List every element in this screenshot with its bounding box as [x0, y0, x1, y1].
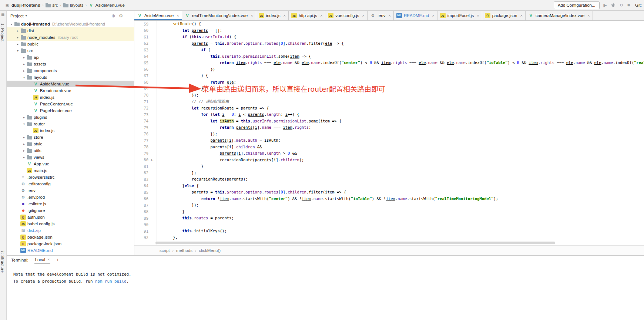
tab-close-icon[interactable]: ×: [477, 13, 479, 18]
chevron-collapsed-icon[interactable]: ▸: [21, 56, 27, 59]
code-area[interactable]: setRoute() { let parents = []; if (this.…: [157, 21, 644, 245]
tab-package.json[interactable]: {}package.json×: [482, 11, 526, 20]
tree-item-components[interactable]: ▸components: [7, 67, 134, 74]
tree-item-public[interactable]: ▸public: [7, 41, 134, 47]
debug-icon[interactable]: [611, 3, 616, 7]
tree-item-src[interactable]: ▾src: [7, 47, 134, 54]
chevron-expanded-icon[interactable]: ▾: [21, 122, 27, 126]
terminal-tab-close-icon[interactable]: ×: [47, 257, 50, 262]
tab-realTimeMonitoring\index.vue[interactable]: VrealTimeMonitoring\index.vue×: [182, 11, 256, 20]
breadcrumb-item-duoji-frontend[interactable]: ▣duoji-frontend: [4, 3, 41, 8]
tab-vue.config.js[interactable]: JSvue.config.js×: [325, 11, 367, 20]
terminal-tab-local[interactable]: Local ×: [34, 256, 50, 264]
chevron-collapsed-icon[interactable]: ▸: [15, 29, 20, 33]
chevron-collapsed-icon[interactable]: ▸: [21, 69, 27, 73]
tree-item-.gitignore[interactable]: ◆.gitignore: [7, 207, 134, 214]
tree-item-assets[interactable]: ▸assets: [7, 61, 134, 67]
add-configuration-button[interactable]: Add Configuration...: [554, 1, 600, 9]
tab-AsideMenu.vue[interactable]: VAsideMenu.vue×: [134, 11, 182, 20]
tab-http-api.js[interactable]: JShttp-api.js×: [289, 11, 325, 20]
chevron-collapsed-icon[interactable]: ▸: [21, 142, 27, 146]
chevron-collapsed-icon[interactable]: ▸: [15, 43, 20, 46]
tab-close-icon[interactable]: ×: [251, 13, 253, 18]
editor-breadcrumb-item-methods[interactable]: methods: [176, 248, 192, 253]
recursive-call-icon[interactable]: ↻: [148, 158, 156, 162]
tree-item-index.js[interactable]: JSindex.js: [7, 94, 134, 101]
stop-icon[interactable]: ■: [627, 3, 630, 7]
tab-close-icon[interactable]: ×: [388, 13, 390, 18]
toolwindow-structure-button[interactable]: 7: Structure: [0, 250, 5, 273]
chevron-collapsed-icon[interactable]: ▸: [21, 63, 27, 66]
tab-cameraManage\index.vue[interactable]: VcameraManage\index.vue×: [526, 11, 593, 20]
terminal-add-tab-button[interactable]: +: [56, 257, 59, 263]
tree-item-auth.json[interactable]: {}auth.json: [7, 214, 134, 220]
tree-item-App.vue[interactable]: VApp.vue: [7, 161, 134, 167]
tree-item-views[interactable]: ▸views: [7, 154, 134, 161]
tree-item-PageHeader.vue[interactable]: VPageHeader.vue: [7, 107, 134, 114]
tree-item-package.json[interactable]: {}package.json: [7, 234, 134, 240]
tree-item-.browserslistrc[interactable]: ≡.browserslistrc: [7, 174, 134, 181]
tab-README.md[interactable]: MDREADME.md×: [394, 11, 437, 20]
tree-item-PageContent.vue[interactable]: VPageContent.vue: [7, 101, 134, 107]
update-project-icon[interactable]: ↻: [620, 3, 623, 7]
chevron-collapsed-icon[interactable]: ▸: [21, 116, 27, 119]
hide-panel-icon[interactable]: —: [127, 13, 131, 18]
tree-item-api[interactable]: ▸api: [7, 54, 134, 61]
editor-body[interactable]: 5960616263646566676869707172737475767778…: [134, 21, 644, 245]
tab-close-icon[interactable]: ×: [284, 13, 286, 18]
tool-windows-icon[interactable]: ▦: [1, 13, 4, 17]
tree-item-style[interactable]: ▸style: [7, 141, 134, 147]
breadcrumb-item-AsideMenu.vue[interactable]: VAsideMenu.vue: [88, 3, 125, 8]
tab-index.js[interactable]: JSindex.js×: [256, 11, 289, 20]
tree-item-dist[interactable]: ▸dist: [7, 27, 134, 34]
tree-item-package-lock.json[interactable]: {}package-lock.json: [7, 240, 134, 247]
tab-.env[interactable]: ⚙.env×: [368, 11, 394, 20]
tree-item-AsideMenu.vue[interactable]: VAsideMenu.vue: [7, 81, 134, 87]
run-icon[interactable]: ▶: [604, 3, 607, 7]
chevron-collapsed-icon[interactable]: ▸: [15, 36, 20, 39]
tree-item-layouts[interactable]: ▾layouts: [7, 74, 134, 81]
tree-item-utils[interactable]: ▸utils: [7, 147, 134, 154]
chevron-collapsed-icon[interactable]: ▸: [21, 156, 27, 159]
project-dropdown-icon[interactable]: ▾: [26, 14, 27, 17]
tree-item-router[interactable]: ▾router: [7, 121, 134, 127]
locate-file-icon[interactable]: ⊕: [111, 13, 115, 18]
tab-close-icon[interactable]: ×: [432, 13, 434, 18]
panel-settings-icon[interactable]: ⚙: [119, 13, 123, 18]
editor-hscrollbar[interactable]: [155, 242, 555, 244]
chevron-expanded-icon[interactable]: ▾: [9, 23, 14, 26]
git-label[interactable]: Git:: [635, 3, 642, 7]
tree-item-README.md[interactable]: MDREADME.md: [7, 247, 134, 254]
breadcrumb-item-layouts[interactable]: layouts: [62, 3, 84, 7]
editor-breadcrumb-item-clickMenu()[interactable]: clickMenu(): [199, 248, 221, 253]
tab-close-icon[interactable]: ×: [587, 13, 590, 18]
tree-item-.eslintrc.js[interactable]: ◆.eslintrc.js: [7, 201, 134, 207]
tab-close-icon[interactable]: ×: [520, 13, 522, 18]
breadcrumb-item-src[interactable]: src: [44, 3, 58, 7]
tree-item-duoji-frontend[interactable]: ▾duoji-frontendD:\zheheWeb\duoji-fronten…: [7, 21, 134, 27]
terminal-output[interactable]: Note that the development build is not o…: [7, 264, 644, 285]
tab-close-icon[interactable]: ×: [362, 13, 364, 18]
chevron-collapsed-icon[interactable]: ▸: [21, 149, 27, 152]
tab-importExcel.js[interactable]: JSimportExcel.js×: [437, 11, 482, 20]
tab-close-icon[interactable]: ×: [177, 13, 179, 18]
tree-item-dist.zip[interactable]: ▨dist.zip: [7, 227, 134, 234]
tree-item-index.js[interactable]: JSindex.js: [7, 127, 134, 134]
tree-item-.editorconfig[interactable]: ⚙.editorconfig: [7, 181, 134, 187]
breadcrumb-separator: ›: [85, 3, 86, 7]
tree-item-.env.prod[interactable]: ⚙.env.prod: [7, 194, 134, 201]
project-panel-title[interactable]: Project: [10, 14, 24, 18]
tree-item-plugins[interactable]: ▸plugins: [7, 114, 134, 121]
tree-item-babel.config.js[interactable]: JSbabel.config.js: [7, 220, 134, 227]
toolwindow-project-button[interactable]: 1: Project: [0, 23, 5, 41]
editor-breadcrumb-item-script[interactable]: script: [160, 248, 170, 253]
chevron-collapsed-icon[interactable]: ▸: [21, 136, 27, 139]
tree-item-Breadcrumb.vue[interactable]: VBreadcrumb.vue: [7, 87, 134, 94]
tree-item-.env[interactable]: ⚙.env: [7, 187, 134, 194]
chevron-expanded-icon[interactable]: ▾: [21, 76, 27, 79]
tab-close-icon[interactable]: ×: [320, 13, 322, 18]
tree-item-store[interactable]: ▸store: [7, 134, 134, 141]
tree-item-main.js[interactable]: JSmain.js: [7, 167, 134, 174]
tree-item-node_modules[interactable]: ▸node_moduleslibrary root: [7, 34, 134, 41]
chevron-expanded-icon[interactable]: ▾: [15, 49, 20, 53]
